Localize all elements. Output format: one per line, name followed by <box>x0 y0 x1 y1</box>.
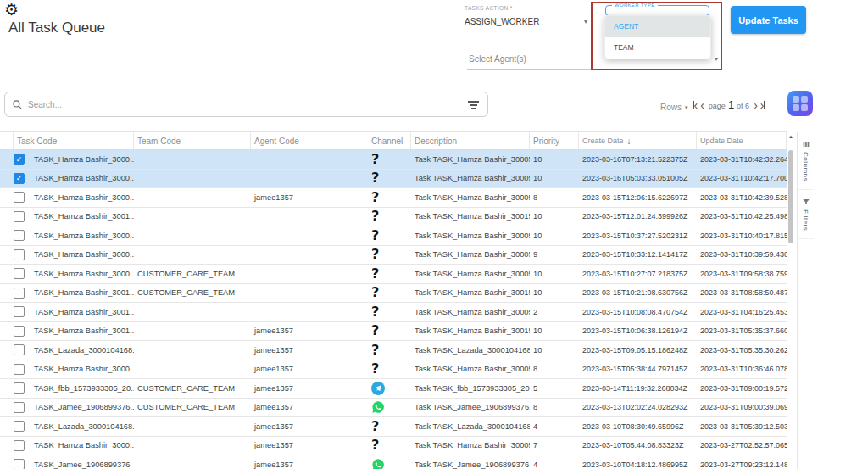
row-checkbox[interactable] <box>14 268 25 279</box>
update-tasks-button[interactable]: Update Tasks <box>731 6 806 34</box>
search-input[interactable]: Search... <box>4 92 488 117</box>
task-code-cell: TASK_Hamza Bashir_3000... <box>31 155 134 164</box>
table-row[interactable]: TASK_fbb_1573933305_20... CUSTOMER_CARE_… <box>0 379 787 399</box>
channel-cell: ? <box>364 267 411 281</box>
create-date-cell: 2023-03-15T10:37:27.520231Z <box>579 232 697 240</box>
priority-cell: 10 <box>530 232 579 240</box>
table-row[interactable]: TASK_Lazada_3000104168... jamee1357 ? Ta… <box>0 341 787 360</box>
unknown-channel-icon: ? <box>371 248 379 261</box>
filters-icon <box>802 198 810 206</box>
column-header-task-code[interactable]: Task Code <box>14 132 134 149</box>
create-date-cell: 2023-03-10T05:44:08.83323Z <box>579 441 697 449</box>
rows-per-page-control[interactable]: Rows ▾ <box>660 103 688 112</box>
next-page-button[interactable]: › <box>754 99 758 111</box>
row-checkbox[interactable] <box>14 440 25 451</box>
row-checkbox[interactable] <box>14 382 25 394</box>
table-row[interactable]: TASK_Jamee_1906899376 jamee1357 Task TAS… <box>0 455 787 469</box>
column-header-update-date[interactable]: Update Date <box>697 132 787 149</box>
table-row[interactable]: TASK_Hamza Bashir_3000... CUSTOMER_CARE_… <box>0 265 787 284</box>
worker-type-option-team[interactable]: TEAM <box>605 37 710 59</box>
update-date-cell: 2023-03-31T09:00:39.06955 <box>697 403 787 411</box>
column-header-agent-code[interactable]: Agent Code <box>251 132 364 149</box>
team-code-cell: CUSTOMER_CARE_TEAM <box>134 384 251 393</box>
unknown-channel-icon: ? <box>371 229 379 243</box>
chevron-left-icon: ‹ <box>700 99 704 111</box>
agent-code-cell: jamee1357 <box>251 193 364 202</box>
table-row[interactable]: TASK_Hamza Bashir_3001... jamee1357 ? Ta… <box>0 322 787 342</box>
page-number: 1 <box>728 98 734 111</box>
table-row[interactable]: TASK_Hamza Bashir_3000... jamee1357 ? Ta… <box>0 188 787 208</box>
column-header-channel[interactable]: Channel <box>364 132 411 149</box>
update-date-cell: 2023-03-31T08:58:50.48785 <box>697 288 787 297</box>
row-checkbox[interactable] <box>14 459 25 469</box>
table-row[interactable]: TASK_Hamza Bashir_3001... CUSTOMER_CARE_… <box>0 284 787 304</box>
table-row[interactable]: TASK_Hamza Bashir_3000... jamee1357 ? Ta… <box>0 360 787 380</box>
prev-page-button[interactable]: ‹ <box>700 99 704 111</box>
filter-icon[interactable] <box>467 101 479 111</box>
table-row[interactable]: ✓ TASK_Hamza Bashir_3000... ? Task TASK_… <box>0 170 787 189</box>
table-row[interactable]: TASK_Hamza Bashir_3000... ? Task TASK_Ha… <box>0 246 787 265</box>
channel-cell: ? <box>364 209 411 223</box>
table-row[interactable]: TASK_Jamee_1906899376... CUSTOMER_CARE_T… <box>0 399 787 418</box>
rows-label: Rows <box>660 103 682 112</box>
chevron-left-icon: ‹ <box>694 99 698 111</box>
row-checkbox[interactable]: ✓ <box>14 154 25 165</box>
description-cell: Task TASK_fbb_1573933305_20... <box>411 384 530 393</box>
tasks-action-select[interactable]: TASKS ACTION * ASSIGN_WORKER ▾ <box>465 5 589 31</box>
worker-type-option-agent[interactable]: AGENT <box>605 16 710 37</box>
row-checkbox[interactable]: ✓ <box>14 173 25 184</box>
row-checkbox[interactable] <box>14 344 25 355</box>
table-row[interactable]: ✓ TASK_Hamza Bashir_3000... ? Task TASK_… <box>0 150 787 170</box>
vertical-scrollbar[interactable]: ▲ <box>787 133 794 469</box>
grid-icon <box>793 96 808 111</box>
row-checkbox[interactable] <box>14 192 25 203</box>
create-date-label: Create Date <box>582 137 624 145</box>
last-page-button[interactable]: › <box>760 99 765 111</box>
table-row[interactable]: TASK_Hamza Bashir_3000... ? Task TASK_Ha… <box>0 226 787 246</box>
column-header-team-code[interactable]: Team Code <box>134 132 251 149</box>
row-checkbox[interactable] <box>14 326 25 337</box>
update-date-cell: 2023-03-31T10:40:17.81575 <box>697 232 787 240</box>
row-checkbox[interactable] <box>14 402 25 413</box>
column-header-priority[interactable]: Priority <box>530 132 579 149</box>
update-date-cell: 2023-03-31T04:16:25.45305 <box>697 308 787 316</box>
description-cell: Task TASK_Hamza Bashir_30005... <box>411 174 530 182</box>
agent-code-cell: jamee1357 <box>251 422 364 431</box>
row-checkbox[interactable] <box>14 306 25 317</box>
filters-tab[interactable]: Filters <box>798 190 814 239</box>
row-checkbox[interactable] <box>14 211 25 222</box>
header-select-column <box>0 132 14 149</box>
table-row[interactable]: TASK_Lazada_3000104168... jamee1357 ? Ta… <box>0 417 787 437</box>
row-checkbox[interactable] <box>14 288 25 299</box>
row-checkbox[interactable] <box>14 230 25 241</box>
table-row[interactable]: TASK_Hamza Bashir_3000... jamee1357 ? Ta… <box>0 437 787 456</box>
table-row[interactable]: TASK_Hamza Bashir_3001... ? Task TASK_Ha… <box>0 303 787 322</box>
team-code-cell: CUSTOMER_CARE_TEAM <box>134 403 251 411</box>
row-checkbox[interactable] <box>14 364 25 375</box>
unknown-channel-icon: ? <box>371 171 379 185</box>
task-code-cell: TASK_Jamee_1906899376 <box>31 461 134 469</box>
apps-grid-button[interactable] <box>787 91 813 116</box>
page-total: of 6 <box>737 102 749 110</box>
task-code-cell: TASK_Jamee_1906899376... <box>31 403 134 411</box>
scroll-up-icon[interactable]: ▲ <box>788 133 793 140</box>
sort-desc-icon: ↓ <box>627 137 632 146</box>
update-date-cell: 2023-03-31T09:00:19.57255 <box>697 384 787 393</box>
first-page-button[interactable]: ‹ <box>693 99 698 111</box>
table-row[interactable]: TASK_Hamza Bashir_3001... ? Task TASK_Ha… <box>0 208 787 227</box>
whatsapp-icon <box>371 458 385 469</box>
row-checkbox[interactable] <box>14 421 25 432</box>
row-checkbox[interactable] <box>14 249 25 260</box>
channel-cell <box>364 400 411 414</box>
description-cell: Task TASK_Lazada_3000104168... <box>411 346 530 355</box>
task-code-cell: TASK_Hamza Bashir_3000... <box>31 365 134 373</box>
create-date-cell: 2023-03-13T02:02:24.028293Z <box>579 403 697 411</box>
scrollbar-thumb[interactable] <box>788 150 793 243</box>
settings-gear-icon[interactable]: ⚙ <box>4 0 19 20</box>
agent-code-cell: jamee1357 <box>251 384 364 393</box>
agent-code-cell: jamee1357 <box>251 365 364 373</box>
columns-tab[interactable]: Columns <box>798 132 814 190</box>
priority-cell: 10 <box>530 346 579 355</box>
column-header-description[interactable]: Description <box>411 132 530 149</box>
column-header-create-date[interactable]: Create Date ↓ <box>579 132 697 149</box>
